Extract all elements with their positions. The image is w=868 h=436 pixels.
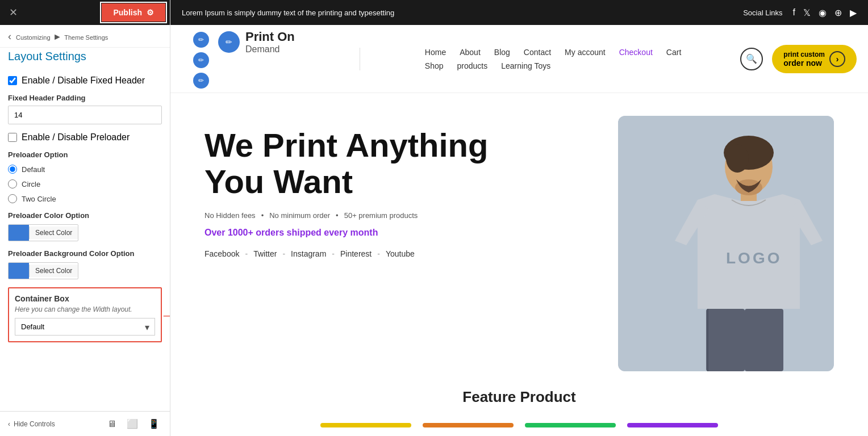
badge3: 50+ premium products xyxy=(344,211,418,220)
logo-circle-icon: ✏ xyxy=(218,31,240,53)
tablet-view-button[interactable]: ⬜ xyxy=(124,417,140,430)
hide-controls-btn[interactable]: ‹ Hide Controls xyxy=(8,420,55,428)
logo-subtitle: Demand xyxy=(245,44,295,54)
nav-main: Home About Blog Contact My account Check… xyxy=(425,48,681,70)
hero-content: We Print Anything You Want No Hidden fee… xyxy=(205,116,595,258)
publish-label: Publish xyxy=(113,8,142,17)
radio-circle: Circle xyxy=(8,179,162,188)
panel-title: Layout Settings xyxy=(0,48,170,69)
fixed-header-padding-group: Fixed Header Padding 14 xyxy=(8,94,162,124)
social-links-area: Social Links f 𝕏 ◉ ⊕ ▶ xyxy=(743,7,857,18)
dash-4: - xyxy=(377,249,380,258)
preloader-checkbox[interactable] xyxy=(8,133,17,142)
social-twitter[interactable]: Twitter xyxy=(253,249,277,258)
nav-about[interactable]: About xyxy=(460,48,481,57)
radio-two-circle-input[interactable] xyxy=(8,194,17,203)
fixed-header-padding-input[interactable]: 14 xyxy=(8,106,162,124)
hero-svg: LOGO xyxy=(618,116,834,371)
hero-section: We Print Anything You Want No Hidden fee… xyxy=(170,93,868,383)
nav-blog[interactable]: Blog xyxy=(494,48,510,57)
panel-scroll-area[interactable]: Enable / Disable Fixed Header Fixed Head… xyxy=(0,69,170,411)
panel-footer: ‹ Hide Controls 🖥 ⬜ 📱 xyxy=(0,411,170,436)
radio-default-input[interactable] xyxy=(8,165,17,174)
nav-checkout[interactable]: Checkout xyxy=(619,48,653,57)
social-label: Social Links xyxy=(743,9,782,17)
preloader-color-group: Preloader Color Option Select Color xyxy=(8,211,162,241)
pinterest-top-icon[interactable]: ⊕ xyxy=(834,7,842,18)
preloader-color-label: Preloader Color Option xyxy=(8,211,162,220)
hero-cta: Over 1000+ orders shipped every month xyxy=(205,228,595,238)
nav-home[interactable]: Home xyxy=(425,48,446,57)
preloader-bg-color-btn[interactable]: Select Color xyxy=(8,262,78,279)
breadcrumb-arrow: ► xyxy=(53,32,64,41)
container-box-desc: Here you can change the Width layout. xyxy=(15,305,155,313)
preloader-row: Enable / Disable Preloader xyxy=(8,132,162,142)
close-icon: ✕ xyxy=(9,7,18,18)
preloader-color-btn[interactable]: Select Color xyxy=(8,224,78,241)
social-instagram[interactable]: Instagram xyxy=(291,249,326,258)
preloader-color-swatch xyxy=(9,225,29,241)
mobile-view-button[interactable]: 📱 xyxy=(146,417,162,430)
social-youtube[interactable]: Youtube xyxy=(386,249,415,258)
logo-edit-icon-1[interactable]: ✏ xyxy=(193,32,209,48)
close-button[interactable]: ✕ xyxy=(5,4,22,21)
facebook-top-icon[interactable]: f xyxy=(793,7,795,18)
nav-cart[interactable]: Cart xyxy=(666,48,681,57)
fixed-header-padding-label: Fixed Header Padding xyxy=(8,94,162,102)
nav-shop[interactable]: Shop xyxy=(425,61,444,70)
container-box-select[interactable]: Default Fluid Boxed xyxy=(15,318,155,336)
back-arrow[interactable]: ‹ xyxy=(8,31,11,43)
footer-icons: 🖥 ⬜ 📱 xyxy=(105,417,162,430)
product-bar-3 xyxy=(525,423,616,427)
dash-2: - xyxy=(282,249,285,258)
svg-rect-7 xyxy=(707,309,708,371)
preloader-color-select-label[interactable]: Select Color xyxy=(29,227,78,239)
search-button[interactable]: 🔍 xyxy=(740,48,763,70)
nav-row-2: Shop products Learning Toys xyxy=(425,61,550,70)
nav-myaccount[interactable]: My account xyxy=(565,48,606,57)
product-bar-2 xyxy=(423,423,514,427)
hide-arrow-icon: ‹ xyxy=(8,420,10,428)
fixed-header-checkbox[interactable] xyxy=(8,76,17,85)
nav-learning-toys[interactable]: Learning Toys xyxy=(501,61,550,70)
radio-circle-input[interactable] xyxy=(8,179,17,188)
announcement-bar: Lorem Ipsum is simply dummy text of the … xyxy=(170,0,868,25)
site-header: ✏ ✏ ✏ ✏ Print On Demand Home About Blog … xyxy=(170,25,868,93)
twitter-top-icon[interactable]: 𝕏 xyxy=(803,7,811,18)
radio-circle-label: Circle xyxy=(22,180,40,188)
fixed-header-row: Enable / Disable Fixed Header xyxy=(8,76,162,86)
badge1: No Hidden fees xyxy=(205,211,256,220)
order-btn-arrow-icon: › xyxy=(829,51,845,67)
preloader-bg-color-group: Preloader Background Color Option Select… xyxy=(8,249,162,279)
badge-dot-1: • xyxy=(261,211,264,220)
youtube-top-icon[interactable]: ▶ xyxy=(850,7,857,18)
preloader-bg-color-swatch xyxy=(9,263,29,279)
product-bar-1 xyxy=(320,423,411,427)
feature-title: Feature Product xyxy=(205,388,834,406)
logo-text-block: Print On Demand xyxy=(245,30,295,54)
instagram-top-icon[interactable]: ◉ xyxy=(819,7,827,18)
publish-button[interactable]: Publish ⚙ xyxy=(102,3,165,22)
svg-rect-6 xyxy=(706,309,745,371)
hero-title-line2: You Want xyxy=(205,163,353,200)
product-bar-4 xyxy=(627,423,718,427)
social-facebook[interactable]: Facebook xyxy=(205,249,239,258)
radio-two-circle: Two Circle xyxy=(8,194,162,203)
preloader-bg-color-select-label[interactable]: Select Color xyxy=(29,265,78,277)
hero-badges: No Hidden fees • No minimum order • 50+ … xyxy=(205,211,595,220)
social-pinterest[interactable]: Pinterest xyxy=(340,249,372,258)
container-box-wrapper: Container Box Here you can change the Wi… xyxy=(8,287,162,342)
nav-products[interactable]: products xyxy=(457,61,488,70)
logo-edit-icon-2[interactable]: ✏ xyxy=(193,52,209,68)
order-btn-text: print custom order now xyxy=(783,51,825,68)
nav-contact[interactable]: Contact xyxy=(524,48,551,57)
logo-edit-icon-3[interactable]: ✏ xyxy=(193,73,209,89)
nav-divider xyxy=(360,48,360,70)
main-content[interactable]: We Print Anything You Want No Hidden fee… xyxy=(170,93,868,436)
gear-icon: ⚙ xyxy=(147,8,154,17)
hide-controls-label: Hide Controls xyxy=(14,420,55,428)
order-button[interactable]: print custom order now › xyxy=(772,45,857,73)
fixed-header-label: Enable / Disable Fixed Header xyxy=(22,76,145,86)
product-row xyxy=(170,417,868,436)
desktop-view-button[interactable]: 🖥 xyxy=(105,417,119,430)
